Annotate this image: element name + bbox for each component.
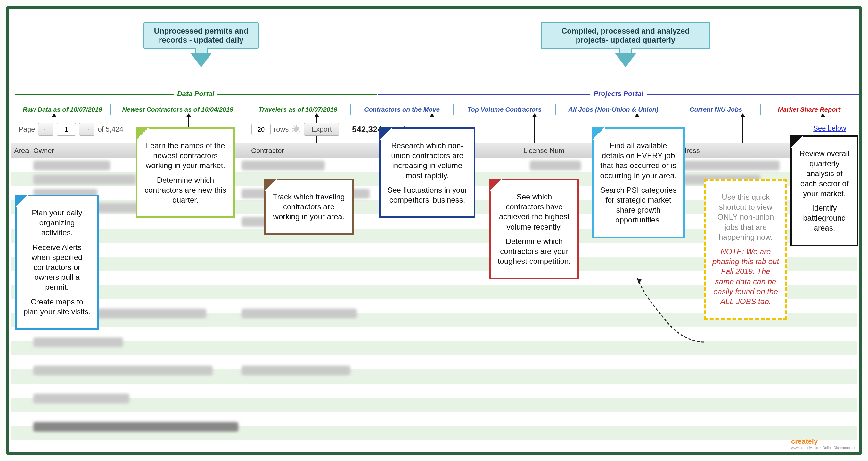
tab-current-nu[interactable]: Current N/U Jobs (671, 104, 761, 114)
blurred-cell (33, 394, 129, 403)
rows-input[interactable] (251, 124, 271, 135)
tab-market-share[interactable]: Market Share Report (761, 104, 857, 114)
arrow-down-icon (191, 55, 211, 68)
note-text: Determine which contractors are new this… (143, 175, 228, 205)
fold-icon (592, 127, 605, 140)
note-text: Search PSI categories for strategic mark… (599, 185, 677, 225)
note-all-jobs: Find all available details on EVERY job … (592, 127, 685, 238)
portal-data-label: Data Portal (174, 90, 217, 98)
fold-icon (489, 178, 502, 192)
note-text: Use this quick shortcut to view ONLY non… (712, 192, 780, 242)
page-total: of 5,424 (98, 125, 123, 133)
note-contractors-move: Research which non-union contractors are… (379, 127, 475, 218)
note-text: Identify battleground areas. (798, 203, 851, 233)
note-top-volume: See which contractors have achieved the … (489, 178, 579, 279)
callout-data-portal: Unprocessed permits and records - update… (144, 22, 259, 49)
note-text: Research which non-union contractors are… (386, 140, 468, 180)
page-input[interactable] (57, 123, 76, 136)
note-current-nu: Use this quick shortcut to view ONLY non… (704, 178, 787, 320)
blurred-cell (33, 366, 213, 375)
page-next-button[interactable]: → (79, 123, 94, 136)
note-text: Receive Alerts when specified contractor… (23, 242, 91, 292)
arrow-down-icon (616, 55, 635, 68)
fold-icon (379, 127, 392, 140)
portal-projects-label: Projects Portal (590, 90, 646, 98)
blurred-cell (33, 175, 136, 185)
fold-icon (16, 195, 28, 207)
tab-newest-contractors[interactable]: Newest Contractors as of 10/04/2019 (111, 104, 245, 114)
callout-projects-portal: Compiled, processed and analyzed project… (541, 22, 710, 49)
creately-watermark: creately www.creately.com • Online Diagr… (791, 437, 855, 450)
col-contractor[interactable]: Contractor (235, 143, 520, 158)
portal-bar-data: Data Portal (15, 94, 377, 103)
note-text: Determine which contractors are your tou… (497, 236, 572, 266)
note-travelers: Track which traveling contractors are wo… (264, 178, 353, 235)
tab-all-jobs[interactable]: All Jobs (Non-Union & Union) (556, 104, 671, 114)
rows-label: rows (274, 125, 288, 133)
creately-tagline: www.creately.com • Online Diagramming (791, 446, 855, 450)
gear-icon[interactable] (292, 125, 301, 134)
callout-projects-text: Compiled, processed and analyzed project… (561, 27, 690, 44)
tab-top-volume[interactable]: Top Volume Contractors (454, 104, 556, 114)
note-text: See which contractors have achieved the … (497, 192, 572, 232)
note-text: Create maps to plan your site visits. (23, 297, 91, 317)
tabs-row: Raw Data as of 10/07/2019 Newest Contrac… (15, 104, 857, 115)
blurred-cell (530, 161, 581, 170)
tab-raw-data[interactable]: Raw Data as of 10/07/2019 (15, 104, 111, 114)
note-text: Learn the names of the newest contractor… (143, 140, 228, 171)
fold-icon (264, 178, 277, 192)
page-label: Page (19, 125, 35, 133)
blurred-cell (242, 161, 325, 170)
callout-data-text: Unprocessed permits and records - update… (154, 27, 249, 44)
dashed-arrow-icon (637, 278, 707, 355)
note-text: See fluctuations in your competitors' bu… (386, 185, 468, 205)
fold-icon (790, 135, 803, 148)
note-text: Track which traveling contractors are wo… (271, 192, 346, 222)
blurred-cell (677, 161, 780, 170)
note-text: Plan your daily organizing activities. (23, 208, 91, 238)
record-count: 542,324 (352, 125, 382, 134)
blurred-cell (242, 366, 350, 375)
blurred-cell (242, 308, 357, 318)
note-text: Find all available details on EVERY job … (599, 140, 677, 180)
export-button[interactable]: Export (304, 123, 339, 136)
note-warning-text: NOTE: We are phasing this tab out Fall 2… (712, 246, 780, 306)
note-raw-data: Plan your daily organizing activities. R… (16, 195, 99, 330)
svg-marker-0 (637, 278, 642, 284)
blurred-cell (33, 337, 123, 347)
note-text: Review overall quarterly analysis of eac… (798, 149, 851, 198)
col-area[interactable]: Area (11, 143, 30, 158)
blurred-cell (33, 161, 110, 170)
see-below-link[interactable]: See below (813, 124, 846, 133)
creately-brand: creately (791, 437, 818, 445)
diagram-frame: Unprocessed permits and records - update… (6, 6, 862, 455)
portal-bar-projects: Projects Portal (378, 94, 859, 103)
note-market-share: Review overall quarterly analysis of eac… (790, 135, 858, 246)
blurred-cell (33, 422, 238, 432)
page-prev-button[interactable]: ← (38, 123, 54, 136)
tab-contractors-move[interactable]: Contractors on the Move (351, 104, 454, 114)
tab-travelers[interactable]: Travelers as of 10/07/2019 (245, 104, 351, 114)
fold-icon (136, 127, 149, 140)
note-newest-contractors: Learn the names of the newest contractor… (136, 127, 235, 218)
